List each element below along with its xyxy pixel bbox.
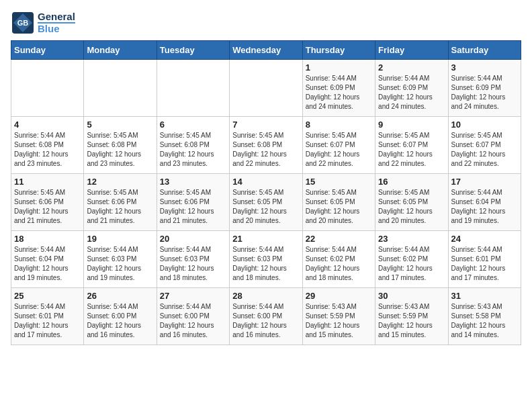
svg-text:GB: GB — [17, 19, 29, 27]
day-cell: 13Sunrise: 5:45 AM Sunset: 6:06 PM Dayli… — [157, 174, 229, 231]
day-info: Sunrise: 5:43 AM Sunset: 5:59 PM Dayligh… — [378, 302, 445, 340]
day-info: Sunrise: 5:44 AM Sunset: 6:02 PM Dayligh… — [378, 245, 445, 283]
header-saturday: Saturday — [448, 41, 521, 60]
day-cell: 14Sunrise: 5:45 AM Sunset: 6:05 PM Dayli… — [230, 174, 302, 231]
day-info: Sunrise: 5:44 AM Sunset: 6:09 PM Dayligh… — [306, 74, 372, 111]
day-cell: 7Sunrise: 5:45 AM Sunset: 6:08 PM Daylig… — [230, 117, 302, 174]
day-cell: 23Sunrise: 5:44 AM Sunset: 6:02 PM Dayli… — [375, 231, 448, 288]
day-number: 26 — [87, 291, 153, 301]
header-thursday: Thursday — [302, 41, 375, 60]
day-number: 29 — [306, 291, 372, 301]
day-info: Sunrise: 5:45 AM Sunset: 6:06 PM Dayligh… — [87, 188, 153, 226]
day-info: Sunrise: 5:45 AM Sunset: 6:08 PM Dayligh… — [87, 131, 153, 169]
calendar-body: 1Sunrise: 5:44 AM Sunset: 6:09 PM Daylig… — [11, 60, 521, 345]
day-info: Sunrise: 5:44 AM Sunset: 6:04 PM Dayligh… — [14, 245, 81, 283]
day-cell: 11Sunrise: 5:45 AM Sunset: 6:06 PM Dayli… — [11, 174, 84, 231]
day-info: Sunrise: 5:44 AM Sunset: 6:09 PM Dayligh… — [378, 74, 445, 111]
day-cell: 18Sunrise: 5:44 AM Sunset: 6:04 PM Dayli… — [11, 231, 84, 288]
day-cell: 25Sunrise: 5:44 AM Sunset: 6:01 PM Dayli… — [11, 288, 84, 345]
day-number: 13 — [160, 177, 226, 187]
day-info: Sunrise: 5:45 AM Sunset: 6:06 PM Dayligh… — [160, 188, 226, 226]
week-row-5: 25Sunrise: 5:44 AM Sunset: 6:01 PM Dayli… — [11, 288, 521, 345]
calendar-header-row: SundayMondayTuesdayWednesdayThursdayFrid… — [11, 41, 521, 60]
day-number: 11 — [14, 177, 81, 187]
day-number: 10 — [451, 120, 518, 130]
day-number: 22 — [306, 234, 372, 244]
day-info: Sunrise: 5:45 AM Sunset: 6:07 PM Dayligh… — [378, 131, 445, 169]
day-cell: 27Sunrise: 5:44 AM Sunset: 6:00 PM Dayli… — [157, 288, 229, 345]
header-tuesday: Tuesday — [157, 41, 229, 60]
day-number: 18 — [14, 234, 81, 244]
day-info: Sunrise: 5:45 AM Sunset: 6:08 PM Dayligh… — [232, 131, 299, 169]
day-info: Sunrise: 5:44 AM Sunset: 6:08 PM Dayligh… — [14, 131, 81, 169]
day-number: 8 — [306, 120, 372, 130]
day-number: 24 — [451, 234, 518, 244]
day-cell — [157, 60, 229, 117]
day-number: 27 — [160, 291, 226, 301]
day-info: Sunrise: 5:44 AM Sunset: 6:01 PM Dayligh… — [451, 245, 518, 283]
day-number: 6 — [160, 120, 226, 130]
day-info: Sunrise: 5:44 AM Sunset: 6:02 PM Dayligh… — [306, 245, 372, 283]
day-number: 2 — [378, 62, 445, 73]
header-wednesday: Wednesday — [230, 41, 302, 60]
day-number: 4 — [14, 120, 81, 130]
day-cell: 10Sunrise: 5:45 AM Sunset: 6:07 PM Dayli… — [448, 117, 521, 174]
day-info: Sunrise: 5:45 AM Sunset: 6:07 PM Dayligh… — [306, 131, 372, 169]
day-cell: 5Sunrise: 5:45 AM Sunset: 6:08 PM Daylig… — [84, 117, 157, 174]
day-cell: 1Sunrise: 5:44 AM Sunset: 6:09 PM Daylig… — [302, 60, 375, 117]
day-number: 30 — [378, 291, 445, 301]
day-cell: 12Sunrise: 5:45 AM Sunset: 6:06 PM Dayli… — [84, 174, 157, 231]
day-cell — [84, 60, 157, 117]
day-info: Sunrise: 5:44 AM Sunset: 6:00 PM Dayligh… — [160, 302, 226, 340]
week-row-2: 4Sunrise: 5:44 AM Sunset: 6:08 PM Daylig… — [11, 117, 521, 174]
day-info: Sunrise: 5:44 AM Sunset: 6:09 PM Dayligh… — [451, 74, 518, 111]
day-cell: 17Sunrise: 5:44 AM Sunset: 6:04 PM Dayli… — [448, 174, 521, 231]
day-cell: 28Sunrise: 5:44 AM Sunset: 6:00 PM Dayli… — [230, 288, 302, 345]
week-row-3: 11Sunrise: 5:45 AM Sunset: 6:06 PM Dayli… — [11, 174, 521, 231]
day-number: 20 — [160, 234, 226, 244]
day-number: 14 — [232, 177, 299, 187]
day-cell: 22Sunrise: 5:44 AM Sunset: 6:02 PM Dayli… — [302, 231, 375, 288]
day-number: 21 — [232, 234, 299, 244]
day-info: Sunrise: 5:44 AM Sunset: 6:01 PM Dayligh… — [14, 302, 81, 340]
day-cell: 24Sunrise: 5:44 AM Sunset: 6:01 PM Dayli… — [448, 231, 521, 288]
header-friday: Friday — [375, 41, 448, 60]
day-cell: 4Sunrise: 5:44 AM Sunset: 6:08 PM Daylig… — [11, 117, 84, 174]
day-cell: 8Sunrise: 5:45 AM Sunset: 6:07 PM Daylig… — [302, 117, 375, 174]
day-number: 16 — [378, 177, 445, 187]
logo: GB General Blue — [11, 11, 75, 35]
day-number: 3 — [451, 62, 518, 73]
day-info: Sunrise: 5:45 AM Sunset: 6:07 PM Dayligh… — [451, 131, 518, 169]
day-cell: 21Sunrise: 5:44 AM Sunset: 6:03 PM Dayli… — [230, 231, 302, 288]
day-number: 5 — [87, 120, 153, 130]
page-header: GB General Blue — [11, 11, 521, 35]
calendar-table: SundayMondayTuesdayWednesdayThursdayFrid… — [11, 40, 521, 345]
logo-line1: General — [38, 11, 75, 23]
header-sunday: Sunday — [11, 41, 84, 60]
logo-line2: Blue — [38, 22, 75, 35]
day-cell: 16Sunrise: 5:45 AM Sunset: 6:05 PM Dayli… — [375, 174, 448, 231]
day-info: Sunrise: 5:45 AM Sunset: 6:05 PM Dayligh… — [232, 188, 299, 226]
day-cell: 3Sunrise: 5:44 AM Sunset: 6:09 PM Daylig… — [448, 60, 521, 117]
day-number: 7 — [232, 120, 299, 130]
day-number: 23 — [378, 234, 445, 244]
day-info: Sunrise: 5:44 AM Sunset: 6:04 PM Dayligh… — [451, 188, 518, 226]
day-cell: 30Sunrise: 5:43 AM Sunset: 5:59 PM Dayli… — [375, 288, 448, 345]
day-info: Sunrise: 5:45 AM Sunset: 6:06 PM Dayligh… — [14, 188, 81, 226]
day-info: Sunrise: 5:44 AM Sunset: 6:03 PM Dayligh… — [232, 245, 299, 283]
day-info: Sunrise: 5:44 AM Sunset: 6:00 PM Dayligh… — [87, 302, 153, 340]
day-cell: 20Sunrise: 5:44 AM Sunset: 6:03 PM Dayli… — [157, 231, 229, 288]
day-cell: 6Sunrise: 5:45 AM Sunset: 6:08 PM Daylig… — [157, 117, 229, 174]
day-number: 9 — [378, 120, 445, 130]
day-cell: 9Sunrise: 5:45 AM Sunset: 6:07 PM Daylig… — [375, 117, 448, 174]
day-number: 15 — [306, 177, 372, 187]
day-info: Sunrise: 5:44 AM Sunset: 6:03 PM Dayligh… — [160, 245, 226, 283]
day-info: Sunrise: 5:43 AM Sunset: 5:58 PM Dayligh… — [451, 302, 518, 340]
day-cell: 19Sunrise: 5:44 AM Sunset: 6:03 PM Dayli… — [84, 231, 157, 288]
day-number: 28 — [232, 291, 299, 301]
day-cell: 26Sunrise: 5:44 AM Sunset: 6:00 PM Dayli… — [84, 288, 157, 345]
day-info: Sunrise: 5:45 AM Sunset: 6:05 PM Dayligh… — [378, 188, 445, 226]
day-number: 31 — [451, 291, 518, 301]
day-cell: 29Sunrise: 5:43 AM Sunset: 5:59 PM Dayli… — [302, 288, 375, 345]
day-cell — [11, 60, 84, 117]
